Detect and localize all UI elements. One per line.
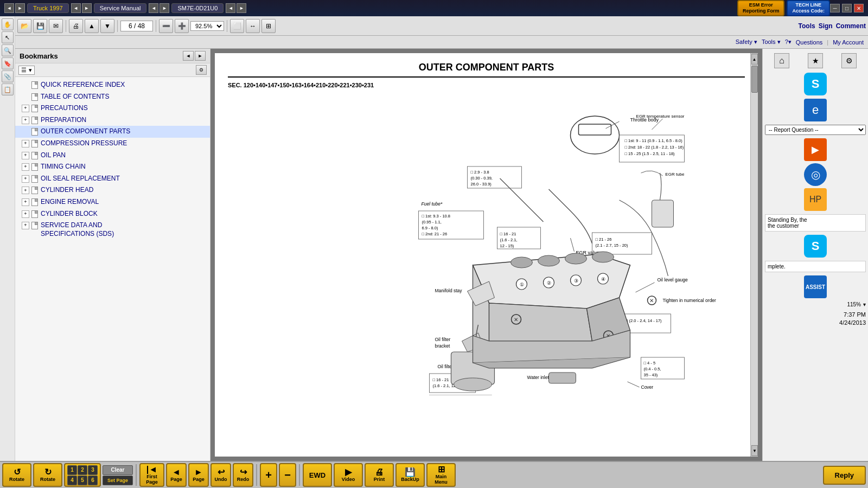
key-6[interactable]: 6: [88, 476, 98, 485]
undo-button[interactable]: ↩ Undo: [210, 463, 231, 487]
sidebar-item-engine-removal[interactable]: + ENGINE REMOVAL: [15, 196, 210, 208]
sidebar-view-btn[interactable]: ☰▾: [18, 66, 35, 75]
chrome-icon[interactable]: ◎: [804, 163, 827, 186]
key-2[interactable]: 2: [78, 465, 87, 475]
prev-page-button-bottom[interactable]: ◄ Page: [166, 463, 187, 487]
scroll-down-btn[interactable]: ▼: [751, 445, 758, 456]
help-dropdown[interactable]: ?▾: [785, 38, 792, 46]
fit-width-button[interactable]: ↔: [246, 19, 260, 33]
youtube-icon[interactable]: ▶: [804, 138, 827, 161]
skype-icon[interactable]: S: [804, 73, 827, 95]
ewd-button[interactable]: EWD: [303, 463, 332, 487]
prev-code-arrow[interactable]: ◄: [226, 3, 235, 13]
prev-doc-arrow[interactable]: ◄: [71, 3, 81, 13]
zoom-out-bottom-button[interactable]: −: [279, 463, 296, 487]
set-page-button[interactable]: Set Page: [103, 476, 133, 485]
key-3[interactable]: 3: [88, 465, 98, 475]
attach-tool-icon[interactable]: 📎: [2, 70, 14, 82]
hand-tool-icon[interactable]: ✋: [2, 18, 14, 30]
star-icon[interactable]: ★: [808, 53, 823, 68]
hp-icon[interactable]: HP: [804, 188, 827, 211]
video-button[interactable]: ▶ Video: [334, 463, 363, 487]
tools-dropdown[interactable]: Tools ▾: [762, 38, 781, 46]
zoom-in-bottom-button[interactable]: +: [260, 463, 277, 487]
zoom-in-button[interactable]: ➕: [175, 19, 189, 33]
email-button[interactable]: ✉: [49, 19, 63, 33]
home-icon[interactable]: ⌂: [774, 53, 789, 68]
zoom-level-dropdown[interactable]: ▾: [863, 301, 866, 307]
sidebar-item-cylinder-head[interactable]: + CYLINDER HEAD: [15, 184, 210, 196]
sign-link[interactable]: Sign: [819, 22, 833, 30]
report-question-select[interactable]: -- Report Question --: [765, 125, 866, 135]
section-subtitle: SEC. 120•140•147•150•163•164•210•220•221…: [228, 82, 745, 88]
sidebar-item-toc[interactable]: TABLE OF CONTENTS: [15, 91, 210, 103]
clear-button[interactable]: Clear: [103, 465, 133, 475]
tools-link[interactable]: Tools: [799, 22, 815, 30]
minimize-button[interactable]: ─: [830, 4, 840, 12]
comment-link[interactable]: Comment: [836, 22, 866, 30]
zoom-tool-icon[interactable]: 🔍: [2, 44, 14, 56]
questions-link[interactable]: Questions: [796, 39, 823, 46]
key-5[interactable]: 5: [78, 476, 87, 485]
first-page-button[interactable]: |◄ FirstPage: [139, 463, 164, 487]
sidebar-item-oil-seal[interactable]: + OIL SEAL REPLACEMENT: [15, 173, 210, 185]
redo-button[interactable]: ↪ Redo: [233, 463, 253, 487]
backup-button[interactable]: 💾 BackUp: [395, 463, 425, 487]
sidebar-item-oil-pan[interactable]: + OIL PAN: [15, 150, 210, 162]
sidebar-options-btn[interactable]: ⚙: [196, 65, 207, 75]
rotate-ccw-button[interactable]: ↺ Rotate: [2, 463, 31, 487]
zoom-select[interactable]: 92.5% 100% 115% 75%: [190, 21, 224, 31]
bottom-toolbar: ↺ Rotate ↻ Rotate 1 2 3 4 5 6 Clear Set …: [0, 461, 868, 488]
sidebar-item-timing-chain[interactable]: + TIMING CHAIN: [15, 161, 210, 173]
svg-text:□ 15 - 25 (1.5 - 2.5, 11 - 18): □ 15 - 25 (1.5 - 2.5, 11 - 18): [625, 151, 675, 156]
tech-line-button[interactable]: TECH LINEAccess Code:: [787, 0, 830, 16]
next-page-button-bottom[interactable]: ► Page: [188, 463, 209, 487]
stamp-tool-icon[interactable]: 📋: [2, 84, 14, 95]
gear-icon[interactable]: ⚙: [841, 53, 857, 68]
maximize-button[interactable]: □: [842, 4, 852, 12]
save-file-button[interactable]: 💾: [33, 19, 47, 33]
print-bottom-button[interactable]: 🖨 Print: [365, 463, 394, 487]
rotate-cw-button[interactable]: ↻ Rotate: [33, 463, 62, 487]
sidebar-item-quick-ref[interactable]: QUICK REFERENCE INDEX: [15, 79, 210, 91]
page-display[interactable]: 6 / 48: [120, 21, 153, 31]
sidebar-item-compression[interactable]: + COMPRESSION PRESSURE: [15, 138, 210, 150]
bookmark-tool-icon[interactable]: 🔖: [2, 57, 14, 69]
print-button[interactable]: 🖨: [69, 19, 83, 33]
skype-icon-2[interactable]: S: [804, 235, 827, 258]
next-page-button[interactable]: ▼: [100, 19, 114, 33]
sidebar-item-service-data[interactable]: + SERVICE DATA AND SPECIFICATIONS (SDS): [15, 220, 210, 240]
prev-page-button[interactable]: ▲: [85, 19, 99, 33]
zoom-out-button[interactable]: ➖: [159, 19, 173, 33]
key-1[interactable]: 1: [67, 465, 77, 475]
esm-error-button[interactable]: ESM ErrorReporting Form: [737, 0, 785, 16]
sidebar-item-outer-parts[interactable]: OUTER COMPONENT PARTS: [15, 126, 210, 138]
sidebar-item-precautions[interactable]: + PRECAUTIONS: [15, 102, 210, 114]
scroll-thumb[interactable]: [751, 66, 758, 93]
open-file-button[interactable]: 📂: [17, 19, 31, 33]
my-account-link[interactable]: My Account: [833, 39, 864, 46]
prev-sm-arrow[interactable]: ◄: [149, 3, 158, 13]
key-4[interactable]: 4: [67, 476, 77, 485]
main-menu-button[interactable]: ⊞ MainMenu: [426, 463, 456, 487]
next-doc-arrow[interactable]: ►: [82, 3, 92, 13]
fit-page-button[interactable]: ⬜: [230, 19, 244, 33]
close-button[interactable]: ✕: [854, 4, 864, 12]
assist-icon[interactable]: ASSIST: [804, 275, 827, 298]
ie-icon[interactable]: e: [804, 99, 827, 121]
sidebar-expand-btn[interactable]: ►: [195, 51, 206, 61]
back-arrow[interactable]: ◄: [4, 3, 14, 13]
select-tool-icon[interactable]: ↖: [2, 31, 14, 43]
sidebar-item-cylinder-block[interactable]: + CYLINDER BLOCK: [15, 208, 210, 220]
next-code-arrow[interactable]: ►: [237, 3, 246, 13]
scroll-up-btn[interactable]: ▲: [751, 54, 758, 65]
next-sm-arrow[interactable]: ►: [159, 3, 169, 13]
safety-dropdown[interactable]: Safety ▾: [736, 38, 757, 46]
reply-button[interactable]: Reply: [823, 466, 866, 485]
actual-size-button[interactable]: ⊞: [261, 19, 276, 33]
pdf-page[interactable]: OUTER COMPONENT PARTS SEC. 120•140•147•1…: [215, 53, 758, 457]
forward-arrow[interactable]: ►: [15, 3, 25, 13]
vertical-scrollbar[interactable]: ▲ ▼: [750, 53, 758, 457]
sidebar-collapse-btn[interactable]: ◄: [183, 51, 194, 61]
sidebar-item-preparation[interactable]: + PREPARATION: [15, 114, 210, 126]
